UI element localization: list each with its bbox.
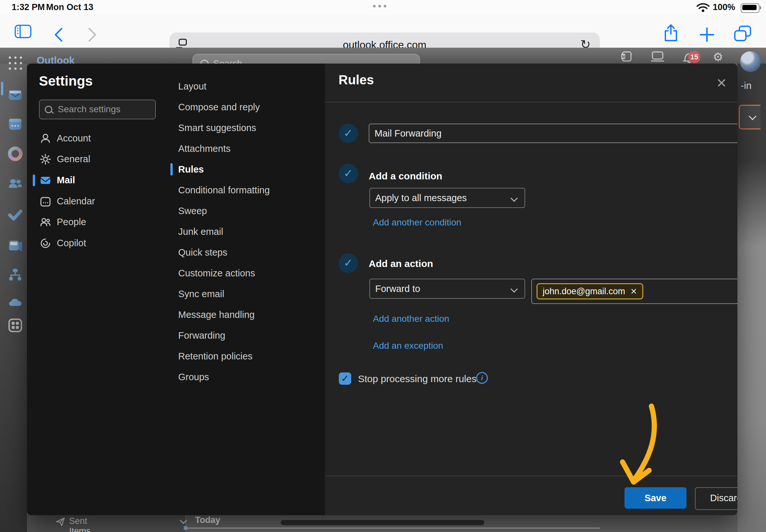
- chevron-down-icon: [511, 285, 518, 293]
- sidebar-icon[interactable]: [15, 25, 31, 38]
- section-sweep[interactable]: Sweep: [168, 200, 325, 221]
- section-message-handling[interactable]: Message handling: [168, 304, 325, 325]
- horizontal-scrollbar[interactable]: [281, 520, 484, 525]
- background-dropdown-focused: [739, 105, 760, 129]
- wifi-icon: [697, 3, 710, 12]
- rail-mail-icon[interactable]: [8, 88, 23, 103]
- rail-copilot-icon[interactable]: [8, 146, 23, 161]
- svg-text:N: N: [622, 54, 625, 59]
- settings-title: Settings: [39, 73, 93, 89]
- battery-icon: [741, 3, 760, 13]
- section-quick-steps[interactable]: Quick steps: [168, 242, 325, 263]
- rail-todo-icon[interactable]: [8, 207, 23, 222]
- list-group-header[interactable]: Today: [195, 515, 220, 525]
- action-dropdown[interactable]: Forward to: [369, 279, 525, 299]
- close-icon[interactable]: ✕: [713, 75, 730, 91]
- devices-icon[interactable]: [651, 51, 664, 63]
- action-section-title: Add an action: [369, 258, 433, 269]
- send-icon: [55, 517, 65, 526]
- section-forwarding[interactable]: Forwarding: [168, 325, 325, 346]
- section-attachments[interactable]: Attachments: [168, 138, 325, 159]
- gear-icon: [40, 154, 51, 165]
- rail-calendar-icon[interactable]: [8, 117, 23, 132]
- discard-button[interactable]: Discard: [695, 487, 737, 510]
- new-tab-icon[interactable]: [700, 28, 714, 42]
- sidebar-item-account[interactable]: Account: [27, 128, 168, 149]
- onenote-feed-icon[interactable]: N: [621, 51, 632, 63]
- save-button[interactable]: Save: [625, 487, 687, 509]
- rail-onedrive-icon[interactable]: [8, 296, 23, 310]
- selected-indicator: [33, 175, 35, 186]
- chevron-down-icon: [748, 112, 756, 120]
- forward-icon[interactable]: [88, 28, 97, 42]
- rule-name-check-icon: ✓: [338, 124, 358, 143]
- recipient-input[interactable]: john.doe@gmail.com ✕: [531, 279, 737, 304]
- mail-sections-panel: Layout Compose and reply Smart suggestio…: [168, 64, 325, 515]
- chip-remove-icon[interactable]: ✕: [630, 287, 637, 296]
- safari-toolbar: outlook.office.com ↻: [0, 15, 766, 48]
- chevron-down-icon: [511, 195, 518, 202]
- section-customize-actions[interactable]: Customize actions: [168, 263, 325, 284]
- notification-badge: 15: [688, 51, 700, 63]
- info-icon[interactable]: i: [476, 372, 488, 384]
- section-groups[interactable]: Groups: [168, 367, 325, 387]
- today-label: Today: [195, 515, 220, 525]
- section-sync-email[interactable]: Sync email: [168, 284, 325, 304]
- person-icon: [40, 133, 51, 144]
- section-conditional-formatting[interactable]: Conditional formatting: [168, 180, 325, 200]
- rules-title: Rules: [338, 73, 374, 87]
- action-check-icon: ✓: [338, 253, 358, 273]
- section-smart-suggestions[interactable]: Smart suggestions: [168, 117, 325, 138]
- scroll-track: [186, 527, 600, 529]
- battery-percent: 100%: [713, 2, 735, 12]
- people-icon: [40, 217, 51, 228]
- settings-left-panel: Settings Search settings Account General…: [27, 64, 169, 515]
- rules-header: Rules ✕: [325, 64, 737, 103]
- section-layout[interactable]: Layout: [168, 76, 325, 97]
- selected-indicator: [170, 163, 173, 175]
- condition-dropdown[interactable]: Apply to all messages: [369, 188, 525, 208]
- condition-section-title: Add a condition: [369, 171, 443, 182]
- stop-processing-label: Stop processing more rules: [358, 373, 477, 384]
- status-time: 1:32 PM: [12, 2, 45, 12]
- add-another-condition-link[interactable]: Add another condition: [373, 217, 461, 228]
- rules-panel: Rules ✕ ✓ Mail Forwarding ✓ Add a condit…: [325, 64, 737, 515]
- mail-icon: [40, 175, 51, 186]
- rule-name-input[interactable]: Mail Forwarding: [369, 124, 737, 143]
- sidebar-item-calendar[interactable]: Calendar: [27, 191, 168, 212]
- section-rules[interactable]: Rules: [168, 159, 325, 180]
- sidebar-item-mail[interactable]: Mail: [27, 170, 168, 191]
- tabs-icon[interactable]: [734, 26, 751, 42]
- section-retention-policies[interactable]: Retention policies: [168, 346, 325, 367]
- settings-gear-icon[interactable]: ⚙: [713, 50, 723, 64]
- rail-app-grid-icon[interactable]: [8, 318, 23, 333]
- status-bar: 1:32 PM Mon Oct 13 ••• 100%: [0, 0, 766, 15]
- settings-search-input[interactable]: Search settings: [39, 100, 156, 119]
- sidebar-item-people[interactable]: People: [27, 212, 168, 233]
- section-junk-email[interactable]: Junk email: [168, 221, 325, 242]
- settings-dialog: Settings Search settings Account General…: [27, 64, 737, 515]
- multitasking-dots-icon[interactable]: •••: [372, 1, 389, 12]
- share-icon[interactable]: [663, 24, 678, 42]
- settings-search-placeholder: Search settings: [58, 104, 120, 115]
- rules-footer: Save Discard: [325, 476, 737, 515]
- add-another-action-link[interactable]: Add another action: [373, 314, 449, 324]
- back-icon[interactable]: [54, 28, 63, 42]
- sent-items-label: Sent Items: [69, 516, 91, 532]
- section-compose-and-reply[interactable]: Compose and reply: [168, 97, 325, 117]
- recipient-chip[interactable]: john.doe@gmail.com ✕: [537, 283, 643, 299]
- sidebar-item-general[interactable]: General: [27, 149, 168, 170]
- rail-people-icon[interactable]: [8, 177, 23, 192]
- rail-clipchamp-icon[interactable]: [8, 238, 23, 253]
- reading-pane-sliver: [737, 64, 766, 532]
- copilot-icon: [40, 238, 51, 249]
- sidebar-item-copilot[interactable]: Copilot: [27, 233, 168, 254]
- rule-name-value: Mail Forwarding: [374, 128, 442, 139]
- search-icon: [45, 106, 52, 113]
- avatar[interactable]: [740, 51, 761, 72]
- calendar-icon: [40, 196, 51, 207]
- stop-processing-checkbox[interactable]: ✓: [339, 372, 351, 385]
- add-an-exception-link[interactable]: Add an exception: [373, 341, 443, 351]
- app-launcher-icon[interactable]: [9, 56, 23, 71]
- rail-org-chart-icon[interactable]: [8, 267, 23, 282]
